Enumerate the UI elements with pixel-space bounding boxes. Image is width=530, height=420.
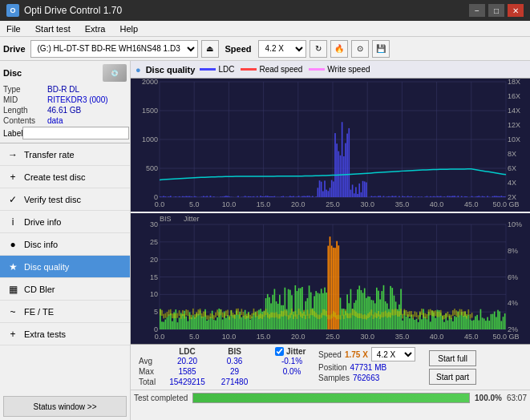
drive-info-icon: i (6, 216, 19, 228)
progress-percent: 100.0% (475, 394, 502, 402)
status-window-button[interactable]: Status window >> (3, 396, 127, 417)
read-legend-color (241, 68, 257, 71)
type-label: Type (3, 85, 47, 94)
verify-test-icon: ✓ (6, 193, 19, 206)
jitter-checkbox[interactable] (275, 347, 284, 356)
menu-starttest[interactable]: Start test (32, 23, 74, 34)
scan-button[interactable]: ⊙ (351, 40, 369, 58)
contents-label: Contents (3, 116, 47, 125)
sidebar-item-drive-info[interactable]: i Drive info (0, 211, 130, 233)
disc-quality-header: ● Disc quality LDC Read speed Write spee… (131, 61, 530, 79)
cd-bler-icon: ▦ (6, 283, 19, 296)
disc-quality-icon-header: ● (136, 65, 141, 75)
fe-te-label: FE / TE (24, 307, 54, 317)
sidebar-item-disc-info[interactable]: ● Disc info (0, 233, 130, 256)
sidebar-item-verify-test-disc[interactable]: ✓ Verify test disc (0, 188, 130, 211)
save-button[interactable]: 💾 (372, 40, 390, 58)
mid-value: RITEKDR3 (000) (47, 95, 127, 104)
write-legend-color (309, 68, 325, 71)
main-area: Disc 💿 Type BD-R DL MID RITEKDR3 (000) L… (0, 61, 530, 420)
progress-bar-fill (193, 394, 469, 402)
charts-wrapper (131, 79, 530, 344)
menu-help[interactable]: Help (116, 23, 141, 34)
menubar: File Start test Extra Help (0, 21, 530, 37)
burn-button[interactable]: 🔥 (330, 40, 348, 58)
right-panel: ● Disc quality LDC Read speed Write spee… (131, 61, 530, 420)
length-label: Length (3, 106, 47, 115)
bis-header: BIS (213, 347, 256, 356)
ldc-legend-color (200, 68, 216, 71)
chart1-canvas (131, 79, 530, 212)
start-part-button[interactable]: Start part (429, 369, 476, 385)
samples-val: 762663 (353, 374, 379, 382)
refresh-button[interactable]: ↻ (310, 40, 327, 58)
window-controls: − □ ✕ (469, 4, 524, 17)
drive-select[interactable]: (G:) HL-DT-ST BD-RE WH16NS48 1.D3 (30, 40, 198, 58)
sidebar-item-extra-tests[interactable]: + Extra tests (0, 323, 130, 345)
disc-panel: Disc 💿 Type BD-R DL MID RITEKDR3 (000) L… (0, 61, 130, 143)
status-text: Test completed (134, 394, 188, 402)
transfer-rate-label: Transfer rate (24, 150, 75, 160)
max-label: Max (136, 366, 161, 377)
speed-info-select[interactable]: 4.2 X (371, 347, 415, 361)
samples-label: Samples (318, 374, 350, 382)
maximize-button[interactable]: □ (488, 4, 504, 17)
label-input[interactable] (22, 127, 129, 139)
menu-file[interactable]: File (3, 23, 24, 34)
sidebar: Disc 💿 Type BD-R DL MID RITEKDR3 (000) L… (0, 61, 131, 420)
disc-quality-label: Disc quality (24, 262, 69, 272)
progress-time: 63:07 (507, 394, 527, 402)
write-legend-label: Write speed (327, 65, 370, 74)
avg-jitter: -0.1% (272, 356, 312, 366)
jitter-header: Jitter (286, 347, 305, 356)
total-bis: 271480 (213, 377, 256, 387)
read-legend-label: Read speed (259, 65, 302, 74)
verify-test-label: Verify test disc (24, 195, 81, 204)
avg-bis: 0.36 (213, 356, 256, 366)
toolbar: Drive (G:) HL-DT-ST BD-RE WH16NS48 1.D3 … (0, 37, 530, 61)
speed-info-label: Speed (318, 350, 342, 359)
avg-ldc: 20.20 (161, 356, 213, 366)
sidebar-item-disc-quality[interactable]: ★ Disc quality (0, 256, 130, 278)
length-value: 46.61 GB (47, 106, 127, 115)
eject-button[interactable]: ⏏ (201, 40, 219, 58)
start-full-button[interactable]: Start full (429, 350, 476, 366)
menu-extra[interactable]: Extra (82, 23, 109, 34)
disc-quality-title: Disc quality (146, 65, 196, 75)
create-test-label: Create test disc (24, 172, 85, 182)
sidebar-item-create-test-disc[interactable]: + Create test disc (0, 166, 130, 188)
disc-header-label: Disc (3, 68, 22, 78)
extra-tests-label: Extra tests (24, 329, 66, 339)
disc-info-icon: ● (6, 238, 19, 251)
max-ldc: 1585 (161, 366, 213, 377)
total-ldc: 15429215 (161, 377, 213, 387)
type-value: BD-R DL (47, 85, 127, 94)
progress-bar-container (192, 393, 470, 403)
mid-label: MID (3, 95, 47, 104)
avg-label: Avg (136, 356, 161, 366)
drive-label: Drive (3, 44, 26, 54)
bottom-stats-area: LDC BIS Jitter Avg 20.20 0.36 -0.1% (131, 344, 530, 420)
action-buttons: Start full Start part (429, 347, 476, 385)
sidebar-item-fe-te[interactable]: ~ FE / TE (0, 301, 130, 323)
minimize-button[interactable]: − (469, 4, 485, 17)
close-button[interactable]: ✕ (508, 4, 524, 17)
app-icon: O (6, 4, 19, 17)
nav-items: → Transfer rate + Create test disc ✓ Ver… (0, 143, 130, 393)
speed-select[interactable]: 4.2 X (258, 40, 306, 58)
sidebar-item-cd-bler[interactable]: ▦ CD Bler (0, 278, 130, 301)
create-test-icon: + (6, 171, 19, 184)
ldc-header: LDC (161, 347, 213, 356)
max-jitter: 0.0% (272, 366, 312, 377)
disc-icon: 💿 (103, 64, 127, 82)
label-text: Label (3, 129, 22, 138)
titlebar: O Opti Drive Control 1.70 − □ ✕ (0, 0, 530, 21)
total-label: Total (136, 377, 161, 387)
transfer-rate-icon: → (6, 148, 19, 161)
status-bar: Test completed 100.0% 63:07 (131, 390, 530, 406)
sidebar-item-transfer-rate[interactable]: → Transfer rate (0, 143, 130, 166)
cd-bler-label: CD Bler (24, 285, 55, 294)
position-val: 47731 MB (350, 363, 387, 372)
chart1-area (131, 79, 530, 213)
legend: LDC Read speed Write speed (200, 65, 370, 74)
